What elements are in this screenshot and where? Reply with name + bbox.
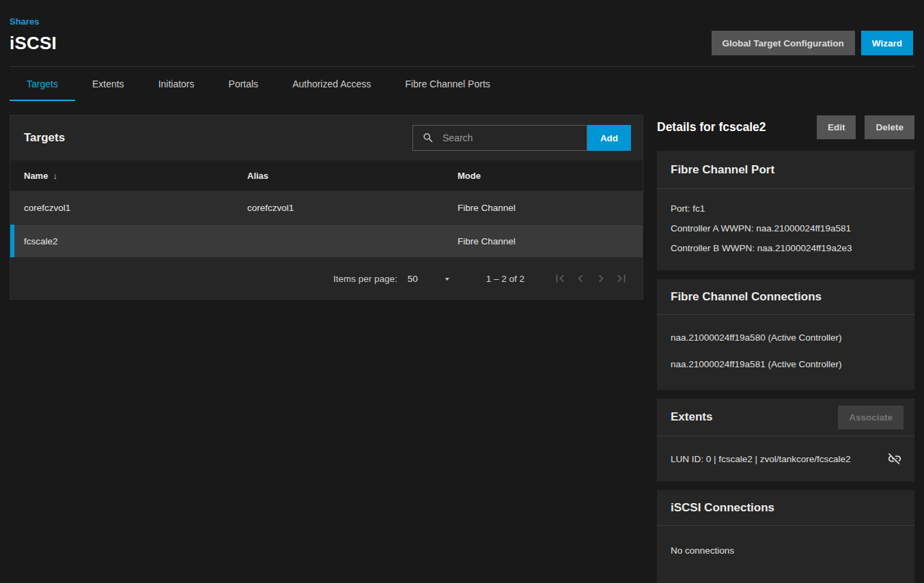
edit-button[interactable]: Edit xyxy=(817,115,856,139)
column-header-alias[interactable]: Alias xyxy=(234,171,444,181)
breadcrumb[interactable]: Shares xyxy=(10,16,39,27)
fibre-channel-port-card: Fibre Channel Port Port: fc1 Controller … xyxy=(657,151,914,270)
details-panel: Details for fcscale2 Edit Delete Fibre C… xyxy=(657,115,914,583)
chevron-left-icon xyxy=(573,271,588,286)
tab-extents[interactable]: Extents xyxy=(75,67,141,101)
last-page-icon xyxy=(614,271,629,286)
table-header-row: Name ↓ Alias Mode xyxy=(10,160,643,190)
fibre-channel-port-title: Fibre Channel Port xyxy=(671,163,774,177)
global-target-configuration-button[interactable]: Global Target Configuration xyxy=(712,31,855,55)
page-title: iSCSI xyxy=(10,33,57,54)
cell-name: fcscale2 xyxy=(10,236,234,246)
column-header-mode[interactable]: Mode xyxy=(444,171,643,181)
iscsi-connections-empty-message: No connections xyxy=(671,541,901,560)
table-row-fcscale2[interactable]: fcscale2 Fibre Channel xyxy=(10,224,643,257)
tab-fibre-channel-ports[interactable]: Fibre Channel Ports xyxy=(388,67,507,101)
tab-bar: Targets Extents Initiators Portals Autho… xyxy=(0,67,924,101)
iscsi-connections-card: iSCSI Connections No connections xyxy=(657,490,914,583)
associate-button[interactable]: Associate xyxy=(838,406,904,429)
targets-card-title: Targets xyxy=(24,131,65,145)
header-actions: Global Target Configuration Wizard xyxy=(712,31,913,55)
first-page-button[interactable] xyxy=(552,270,568,287)
fc-controller-b-wwpn: Controller B WWPN: naa.21000024ff19a2e3 xyxy=(671,238,901,258)
sort-descending-icon: ↓ xyxy=(53,171,57,181)
search-input[interactable] xyxy=(441,132,587,144)
pagination-bar: Items per page: 50 ▼ 1 – 2 of 2 xyxy=(10,257,643,299)
chevron-right-icon xyxy=(593,271,608,286)
last-page-button[interactable] xyxy=(613,270,629,287)
extents-card: Extents Associate LUN ID: 0 | fcscale2 |… xyxy=(657,399,914,481)
add-button[interactable]: Add xyxy=(587,125,631,151)
pagination-range: 1 – 2 of 2 xyxy=(486,274,524,284)
tab-portals[interactable]: Portals xyxy=(212,67,276,101)
wizard-button[interactable]: Wizard xyxy=(861,31,913,55)
next-page-button[interactable] xyxy=(593,270,608,287)
items-per-page-value: 50 xyxy=(408,274,418,284)
column-header-name[interactable]: Name ↓ xyxy=(10,171,234,181)
fibre-channel-connections-card: Fibre Channel Connections naa.21000024ff… xyxy=(657,279,914,390)
fibre-channel-connections-title: Fibre Channel Connections xyxy=(671,290,822,304)
search-icon xyxy=(422,132,434,144)
delete-button[interactable]: Delete xyxy=(865,115,914,139)
extent-item-label: LUN ID: 0 | fcscale2 | zvol/tankcore/fcs… xyxy=(671,454,851,464)
items-per-page-label: Items per page: xyxy=(333,274,397,284)
cell-name: corefczvol1 xyxy=(10,203,234,213)
previous-page-button[interactable] xyxy=(572,270,588,287)
fc-controller-a-wwpn: Controller A WWPN: naa.21000024ff19a581 xyxy=(671,218,901,238)
search-box xyxy=(412,125,587,151)
cell-mode: Fibre Channel xyxy=(444,236,643,246)
caret-down-icon: ▼ xyxy=(444,276,451,281)
selected-row-indicator xyxy=(10,225,14,257)
fc-connection-item: naa.21000024ff19a580 (Active Controller) xyxy=(671,324,901,351)
unlink-icon xyxy=(887,451,902,466)
iscsi-connections-title: iSCSI Connections xyxy=(671,501,774,515)
targets-card: Targets Add Name ↓ Alias Mo xyxy=(10,115,643,300)
cell-alias: corefczvol1 xyxy=(234,203,444,213)
tab-authorized-access[interactable]: Authorized Access xyxy=(275,67,388,101)
unlink-extent-button[interactable] xyxy=(887,451,902,466)
iscsi-page: Shares iSCSI Global Target Configuration… xyxy=(0,0,924,583)
extent-item: LUN ID: 0 | fcscale2 | zvol/tankcore/fcs… xyxy=(657,436,914,481)
details-title: Details for fcscale2 xyxy=(657,120,766,134)
extents-title: Extents xyxy=(671,410,712,424)
items-per-page-select[interactable]: 50 ▼ xyxy=(397,274,451,284)
cell-mode: Fibre Channel xyxy=(444,203,643,213)
first-page-icon xyxy=(552,271,568,286)
table-row-corefczvol1[interactable]: corefczvol1 corefczvol1 Fibre Channel xyxy=(10,190,643,224)
page-header: Shares iSCSI Global Target Configuration… xyxy=(0,0,924,55)
tab-initiators[interactable]: Initiators xyxy=(141,67,212,101)
fc-connection-item: naa.21000024ff19a581 (Active Controller) xyxy=(671,351,901,378)
fc-port-value: Port: fc1 xyxy=(671,199,901,218)
tab-targets[interactable]: Targets xyxy=(10,67,75,101)
